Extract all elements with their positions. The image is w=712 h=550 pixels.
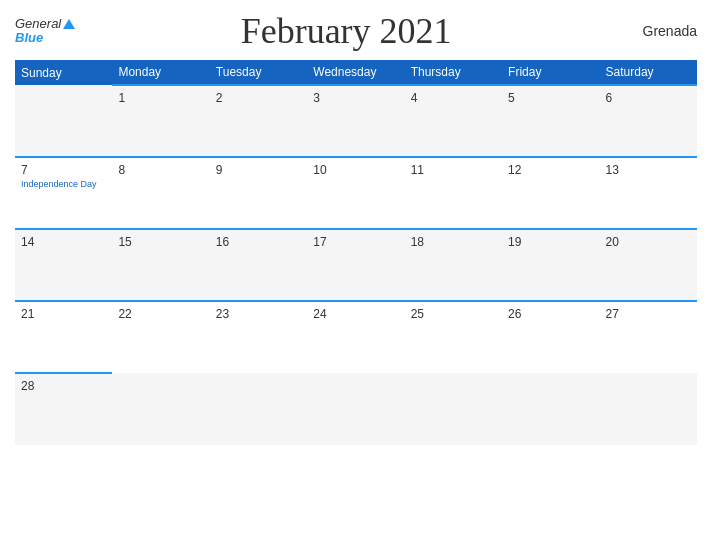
day-number: 17	[313, 235, 398, 249]
calendar-day-cell	[210, 373, 307, 445]
header-sunday: Sunday	[15, 60, 112, 85]
calendar-week-row: 123456	[15, 85, 697, 157]
calendar-day-cell: 11	[405, 157, 502, 229]
day-number: 24	[313, 307, 398, 321]
day-number: 25	[411, 307, 496, 321]
calendar-day-cell	[15, 85, 112, 157]
day-number: 13	[606, 163, 691, 177]
weekday-header-row: Sunday Monday Tuesday Wednesday Thursday…	[15, 60, 697, 85]
header-saturday: Saturday	[600, 60, 697, 85]
country-label: Grenada	[617, 23, 697, 39]
calendar-day-cell: 28	[15, 373, 112, 445]
header-thursday: Thursday	[405, 60, 502, 85]
day-number: 28	[21, 379, 106, 393]
calendar-day-cell: 17	[307, 229, 404, 301]
calendar-week-row: 21222324252627	[15, 301, 697, 373]
calendar-day-cell: 10	[307, 157, 404, 229]
day-number: 19	[508, 235, 593, 249]
calendar-day-cell: 7Independence Day	[15, 157, 112, 229]
calendar-day-cell: 9	[210, 157, 307, 229]
calendar-day-cell: 12	[502, 157, 599, 229]
calendar-day-cell: 13	[600, 157, 697, 229]
day-number: 22	[118, 307, 203, 321]
logo-general-text: General	[15, 17, 61, 31]
day-number: 15	[118, 235, 203, 249]
calendar-day-cell	[112, 373, 209, 445]
logo-blue-text: Blue	[15, 31, 43, 45]
day-number: 2	[216, 91, 301, 105]
calendar-week-row: 14151617181920	[15, 229, 697, 301]
month-title: February 2021	[75, 10, 617, 52]
day-number: 5	[508, 91, 593, 105]
day-number: 11	[411, 163, 496, 177]
calendar-day-cell: 18	[405, 229, 502, 301]
calendar-day-cell: 23	[210, 301, 307, 373]
calendar-day-cell: 19	[502, 229, 599, 301]
day-number: 8	[118, 163, 203, 177]
calendar-table: Sunday Monday Tuesday Wednesday Thursday…	[15, 60, 697, 445]
day-number: 26	[508, 307, 593, 321]
day-number: 6	[606, 91, 691, 105]
day-number: 12	[508, 163, 593, 177]
calendar-week-row: 28	[15, 373, 697, 445]
day-number: 7	[21, 163, 106, 177]
calendar-day-cell: 21	[15, 301, 112, 373]
calendar-day-cell: 6	[600, 85, 697, 157]
day-number: 14	[21, 235, 106, 249]
calendar-day-cell: 14	[15, 229, 112, 301]
day-number: 9	[216, 163, 301, 177]
calendar-day-cell	[502, 373, 599, 445]
calendar-container: General Blue February 2021 Grenada Sunda…	[0, 0, 712, 550]
calendar-day-cell: 16	[210, 229, 307, 301]
day-number: 21	[21, 307, 106, 321]
calendar-week-row: 7Independence Day8910111213	[15, 157, 697, 229]
day-number: 4	[411, 91, 496, 105]
header-tuesday: Tuesday	[210, 60, 307, 85]
calendar-day-cell: 27	[600, 301, 697, 373]
calendar-day-cell: 3	[307, 85, 404, 157]
logo-triangle-icon	[63, 19, 75, 29]
day-number: 3	[313, 91, 398, 105]
calendar-day-cell: 26	[502, 301, 599, 373]
calendar-day-cell: 1	[112, 85, 209, 157]
calendar-day-cell: 4	[405, 85, 502, 157]
day-number: 18	[411, 235, 496, 249]
day-number: 23	[216, 307, 301, 321]
calendar-day-cell: 24	[307, 301, 404, 373]
calendar-header: General Blue February 2021 Grenada	[15, 10, 697, 52]
holiday-label: Independence Day	[21, 179, 106, 189]
calendar-day-cell: 2	[210, 85, 307, 157]
day-number: 16	[216, 235, 301, 249]
day-number: 27	[606, 307, 691, 321]
calendar-day-cell: 5	[502, 85, 599, 157]
calendar-day-cell: 15	[112, 229, 209, 301]
header-friday: Friday	[502, 60, 599, 85]
logo: General Blue	[15, 17, 75, 46]
calendar-day-cell	[405, 373, 502, 445]
day-number: 1	[118, 91, 203, 105]
calendar-day-cell	[600, 373, 697, 445]
calendar-day-cell: 22	[112, 301, 209, 373]
calendar-day-cell: 20	[600, 229, 697, 301]
header-wednesday: Wednesday	[307, 60, 404, 85]
day-number: 10	[313, 163, 398, 177]
header-monday: Monday	[112, 60, 209, 85]
calendar-day-cell: 8	[112, 157, 209, 229]
day-number: 20	[606, 235, 691, 249]
calendar-day-cell: 25	[405, 301, 502, 373]
calendar-day-cell	[307, 373, 404, 445]
